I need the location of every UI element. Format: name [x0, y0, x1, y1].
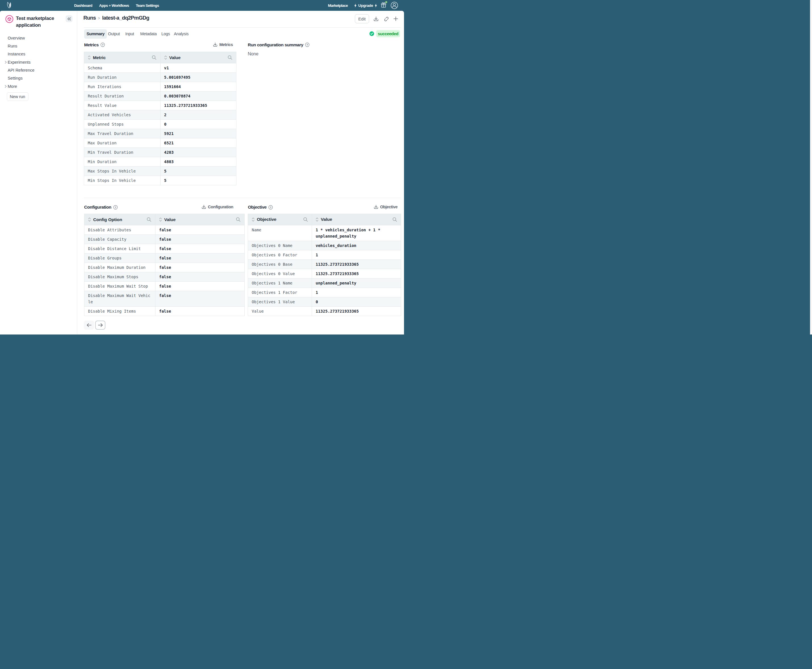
download-label: Metrics [219, 42, 233, 47]
arrow-right-icon [98, 323, 103, 327]
row-key: Min Stops In Vehicle [84, 176, 161, 185]
previous-page-button[interactable] [84, 321, 94, 329]
table-row: Objectives 0 Base11325.273721933365 [248, 259, 401, 269]
sidebar-item-label: More [8, 84, 17, 89]
configuration-table: Config OptionValueDisable Attributesfals… [84, 214, 245, 316]
sidebar-collapse-button[interactable] [65, 15, 72, 22]
row-value: vehicles_duration [312, 241, 401, 250]
sort-icon[interactable] [252, 217, 255, 222]
sidebar-item-instances[interactable]: Instances [0, 50, 77, 58]
sidebar-nav: OverviewRunsInstancesExperimentsAPI Refe… [0, 34, 77, 91]
search-icon[interactable] [236, 217, 241, 222]
column-header-objective[interactable]: Objective [248, 214, 312, 225]
help-icon[interactable]: ? [101, 43, 105, 47]
download-configuration-link[interactable]: Configuration [202, 205, 233, 209]
row-key: Result Duration [84, 91, 161, 101]
search-icon[interactable] [303, 217, 308, 222]
sort-icon[interactable] [88, 55, 91, 60]
column-header-value[interactable]: Value [160, 52, 237, 63]
column-header-metric[interactable]: Metric [84, 52, 161, 63]
row-value: unplanned_penalty [312, 278, 401, 287]
help-icon[interactable]: ? [305, 43, 309, 47]
row-key: Disable Maximum Stops [84, 272, 155, 282]
row-key: Disable Maximum Duration [84, 263, 155, 272]
tab-summary[interactable]: Summary [84, 29, 107, 39]
tab-logs[interactable]: Logs [161, 29, 170, 39]
table-row: Objectives 0 Namevehicles_duration [248, 241, 401, 250]
chevron-right-icon [5, 85, 7, 88]
main-panel: Test marketplace application OverviewRun… [0, 11, 404, 334]
table-row: Objectives 1 Nameunplanned_penalty [248, 278, 401, 287]
nav-team-settings[interactable]: Team Settings [136, 3, 159, 8]
sidebar-item-api-reference[interactable]: API Reference [0, 66, 77, 74]
nav-upgrade[interactable]: Upgrade [354, 3, 377, 8]
row-key: Disable Mixing Items [84, 307, 155, 316]
table-row: Disable Maximum Wait Vehiclefalse [84, 291, 245, 307]
download-label: Objective [380, 205, 398, 209]
sort-icon[interactable] [159, 217, 162, 222]
gift-button[interactable] [381, 2, 386, 9]
search-icon[interactable] [147, 217, 151, 222]
column-header-config-option[interactable]: Config Option [84, 214, 155, 225]
table-row: Disable Maximum Wait Stopfalse [84, 282, 245, 291]
plus-icon[interactable] [394, 17, 398, 21]
sort-icon[interactable] [315, 217, 319, 222]
search-icon[interactable] [393, 217, 397, 222]
nextmv-logo-icon[interactable] [7, 2, 12, 8]
nav-apps-workflows[interactable]: Apps + Workflows [99, 3, 129, 8]
tab-analysis[interactable]: Analysis [174, 29, 189, 39]
run-config-summary-title: Run configuration summary [248, 42, 303, 47]
row-value: false [155, 272, 245, 282]
new-run-button[interactable]: New run [7, 92, 29, 101]
table-row: Disable Distance Limitfalse [84, 244, 245, 254]
table-row: Result Duration0.003078874 [84, 91, 237, 101]
tab-metadata[interactable]: Metadata [140, 29, 157, 39]
row-value: false [155, 291, 245, 307]
row-value: 0 [312, 297, 401, 306]
tab-input[interactable]: Input [125, 29, 134, 39]
edit-button[interactable]: Edit [355, 14, 369, 23]
sidebar-item-runs[interactable]: Runs [0, 42, 77, 50]
row-key: Value [248, 306, 312, 316]
configuration-section-header: Configuration ? [84, 205, 117, 210]
nav-dashboard[interactable]: Dashboard [74, 3, 92, 8]
row-value: 5 [160, 166, 237, 176]
avatar-icon[interactable] [391, 2, 398, 9]
table-row: Disable Groupsfalse [84, 254, 245, 263]
column-header-value[interactable]: Value [312, 214, 401, 225]
nav-marketplace[interactable]: Marketplace [328, 3, 348, 8]
row-value: 0 [160, 119, 237, 129]
row-key: Result Value [84, 101, 161, 110]
row-key: Max Stops In Vehicle [84, 166, 161, 176]
row-value: 11325.273721933365 [312, 269, 401, 278]
help-icon[interactable]: ? [268, 205, 273, 210]
row-value: 2 [160, 110, 237, 119]
search-icon[interactable] [152, 55, 156, 60]
row-key: Schema [84, 63, 161, 73]
sort-icon[interactable] [88, 217, 91, 222]
help-icon[interactable]: ? [113, 205, 117, 210]
next-page-button[interactable] [95, 321, 106, 329]
sidebar-item-experiments[interactable]: Experiments [0, 58, 77, 66]
download-objective-link[interactable]: Objective [374, 205, 398, 209]
breadcrumb-runs[interactable]: Runs [84, 15, 96, 21]
link-icon[interactable] [384, 17, 389, 22]
download-icon [374, 205, 378, 209]
sidebar-item-more[interactable]: More [0, 82, 77, 91]
row-value: 0.003078874 [160, 91, 237, 101]
table-row: Result Value11325.273721933365 [84, 101, 237, 110]
run-config-summary-header: Run configuration summary ? [248, 42, 309, 47]
table-row: Max Duration6521 [84, 138, 237, 148]
search-icon[interactable] [228, 55, 232, 60]
table-row: Name1 * vehicles_duration + 1 * unplanne… [248, 225, 401, 241]
column-header-value[interactable]: Value [155, 214, 245, 225]
download-icon[interactable] [374, 17, 378, 21]
download-metrics-link[interactable]: Metrics [213, 42, 233, 47]
sidebar-item-settings[interactable]: Settings [0, 74, 77, 82]
breadcrumb-current: latest-a_dq2PmGDg [102, 15, 149, 21]
sidebar-item-label: Settings [8, 76, 22, 81]
sort-icon[interactable] [164, 55, 167, 60]
row-value: 5921 [160, 129, 237, 138]
tab-output[interactable]: Output [108, 29, 120, 39]
column-label: Config Option [93, 217, 122, 222]
